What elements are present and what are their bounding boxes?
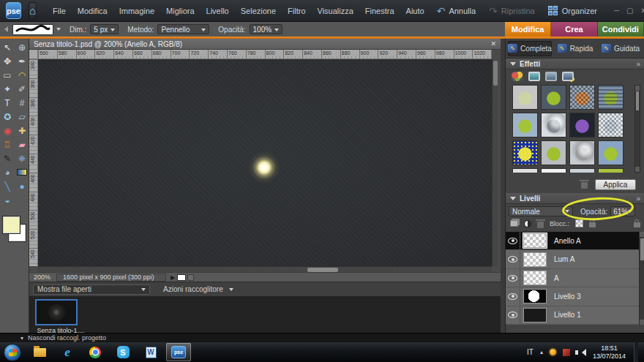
effect-thumbnail[interactable] — [569, 113, 595, 137]
menu-livello[interactable]: Livello — [201, 0, 235, 22]
layer-row[interactable]: Livello 3 — [506, 287, 639, 306]
home-button[interactable]: ⌂ — [29, 2, 37, 20]
clock[interactable]: 18:51 13/07/2014 — [593, 344, 626, 361]
effect-thumbnail[interactable] — [512, 85, 538, 110]
document-title-bar[interactable]: Senza titolo-1.psd @ 200% (Anello A, RGB… — [29, 39, 501, 50]
effect-thumbnail[interactable] — [541, 113, 566, 137]
menu-migliora[interactable]: Migliora — [160, 0, 201, 22]
type-tool[interactable]: T — [1, 96, 14, 110]
photo-effects-category-icon[interactable] — [545, 72, 557, 81]
blur-tool[interactable]: ● — [15, 179, 29, 193]
layer-styles-category-icon[interactable] — [528, 72, 540, 81]
brush-tool[interactable]: ✎ — [1, 151, 14, 165]
tray-app-icon[interactable] — [550, 349, 556, 355]
effect-thumbnail[interactable] — [512, 140, 538, 165]
layers-header[interactable]: Livelli » — [506, 193, 644, 204]
undo-button[interactable]: ↶ Annulla — [430, 5, 482, 17]
menu-filtro[interactable]: Filtro — [282, 0, 311, 22]
panel-collapse-icon[interactable]: » — [636, 195, 640, 203]
red-eye-tool[interactable]: ◉ — [1, 124, 14, 137]
close-button[interactable]: ✕ — [641, 7, 644, 15]
healing-brush-tool[interactable]: ✚ — [15, 124, 29, 137]
maximize-button[interactable]: ▢ — [626, 7, 633, 15]
explorer-taskbar-button[interactable] — [27, 343, 52, 361]
visibility-toggle[interactable] — [506, 250, 520, 268]
effect-thumbnail[interactable] — [569, 85, 595, 110]
show-desktop-button[interactable] — [634, 342, 638, 362]
magic-wand-tool[interactable]: ✦ — [1, 82, 14, 96]
effect-thumbnail-partial[interactable] — [598, 168, 624, 173]
menu-aiuto[interactable]: Aiuto — [400, 0, 430, 22]
volume-icon[interactable] — [578, 349, 586, 356]
layer-row[interactable]: Anello A — [506, 232, 639, 250]
document-close-icon[interactable]: ✕ — [490, 40, 496, 48]
quick-selection-tool[interactable]: ✐ — [15, 82, 29, 96]
effects-header[interactable]: Effetti » — [506, 59, 644, 69]
move-tool[interactable]: ↖ — [1, 40, 14, 54]
menu-modifica[interactable]: Modifica — [72, 0, 113, 22]
apply-button[interactable]: Applica — [595, 179, 636, 190]
brush-size-select[interactable]: 5 px — [90, 24, 119, 34]
brush-method-select[interactable]: Pennello — [157, 24, 209, 34]
layer-row[interactable]: Livello 1 — [506, 306, 639, 325]
visibility-toggle[interactable] — [506, 287, 520, 305]
hand-tool[interactable]: ✥ — [1, 54, 14, 68]
scrollbar-thumb[interactable] — [493, 61, 498, 86]
vertical-scrollbar[interactable] — [492, 59, 498, 266]
lock-transparency-icon[interactable] — [575, 219, 583, 227]
new-layer-icon[interactable] — [510, 220, 518, 227]
start-button[interactable] — [4, 344, 21, 361]
chrome-taskbar-button[interactable] — [83, 343, 108, 361]
scroll-up-icon[interactable] — [640, 232, 644, 237]
menu-finestra[interactable]: Finestra — [359, 0, 400, 22]
effect-thumbnail[interactable] — [569, 140, 595, 165]
gradient-tool[interactable] — [15, 165, 29, 179]
tab-crea[interactable]: Crea — [551, 22, 597, 37]
shape-tool[interactable]: ╲ — [1, 179, 14, 193]
tab-rapida[interactable]: ✎ Rapida — [553, 41, 597, 56]
scroll-down-icon[interactable] — [635, 167, 640, 172]
layer-row[interactable]: Lum A — [506, 250, 639, 268]
scrollbar-thumb[interactable] — [640, 238, 644, 260]
recompose-tool[interactable]: ▱ — [15, 110, 29, 124]
pse-taskbar-button[interactable]: pse — [166, 343, 191, 361]
tool-opacity-select[interactable]: 100% — [250, 24, 283, 34]
effect-thumbnail[interactable] — [598, 113, 624, 137]
status-play-icon[interactable]: ▶ — [171, 274, 175, 281]
canvas[interactable] — [38, 59, 492, 266]
effect-thumbnail-partial[interactable] — [512, 168, 538, 173]
lock-all-icon[interactable] — [589, 222, 596, 227]
open-file-thumbnail[interactable] — [35, 299, 78, 325]
tray-expand-icon[interactable]: ▴ — [540, 349, 543, 355]
delete-layer-icon[interactable] — [537, 222, 544, 228]
smart-brush-tool[interactable]: ❈ — [15, 151, 29, 165]
tab-guidata[interactable]: ✎ Guidata — [599, 41, 643, 56]
effect-thumbnail[interactable] — [512, 113, 538, 137]
eraser-tool[interactable]: ▰ — [15, 137, 29, 151]
horizontal-scrollbar[interactable] — [38, 266, 492, 272]
word-taskbar-button[interactable]: W — [138, 343, 163, 361]
eyedropper-tool[interactable]: ✒ — [15, 54, 29, 68]
organizer-button[interactable]: Organizer — [542, 6, 604, 16]
menu-visualizza[interactable]: Visualizza — [312, 0, 359, 22]
brush-picker-caret-icon[interactable] — [56, 28, 61, 33]
sponge-tool[interactable]: ◒ — [1, 193, 14, 207]
visibility-toggle[interactable] — [506, 269, 520, 287]
bin-actions-menu[interactable]: Azioni raccoglitore — [163, 285, 233, 293]
all-effects-category-icon[interactable] — [562, 72, 574, 81]
blend-mode-select[interactable]: Normale — [509, 206, 573, 216]
crop-tool[interactable]: # — [15, 96, 29, 110]
menu-immagine[interactable]: Immagine — [113, 0, 160, 22]
skype-taskbar-button[interactable]: S — [111, 343, 135, 361]
trash-icon[interactable] — [581, 182, 588, 189]
effect-thumbnail[interactable] — [541, 85, 566, 110]
effect-thumbnail-partial[interactable] — [569, 168, 595, 173]
link-layers-icon[interactable] — [634, 222, 640, 227]
lasso-tool[interactable]: ◠ — [15, 68, 29, 82]
minimize-button[interactable]: ─ — [614, 7, 619, 15]
options-back-icon[interactable] — [1, 26, 8, 32]
bin-toggle-bar[interactable]: ▾ Nascondi raccogl. progetto — [0, 333, 644, 342]
adjustment-layer-icon[interactable] — [524, 220, 531, 227]
layer-opacity-select[interactable]: 61% — [610, 206, 635, 216]
effect-thumbnail[interactable] — [598, 85, 624, 110]
